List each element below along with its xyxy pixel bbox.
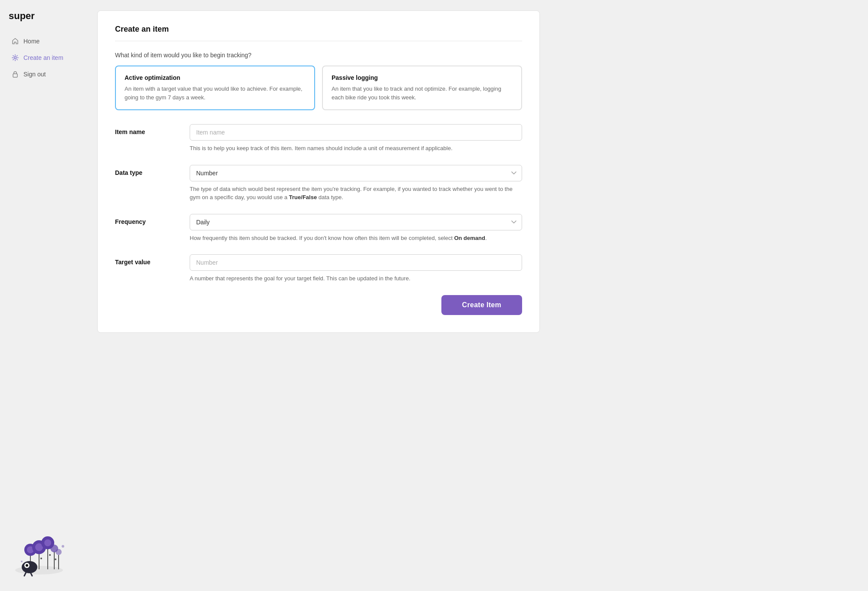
item-name-label: Item name <box>115 124 176 135</box>
frequency-hint-bold: On demand <box>454 235 485 241</box>
data-type-label: Data type <box>115 165 176 176</box>
svg-point-10 <box>55 558 56 560</box>
main-content: Create an item What kind of item would y… <box>87 0 868 591</box>
frequency-hint-prefix: How frequently this item should be track… <box>190 235 454 241</box>
svg-point-18 <box>56 549 62 555</box>
data-type-hint-bold: True/False <box>289 194 317 200</box>
active-type-desc: An item with a target value that you wou… <box>125 85 306 102</box>
item-name-field-group: This is to help you keep track of this i… <box>190 124 522 153</box>
sidebar-item-create-label: Create an item <box>23 54 63 61</box>
frequency-hint: How frequently this item should be track… <box>190 234 522 243</box>
type-cards: Active optimization An item with a targe… <box>115 66 522 110</box>
data-type-hint: The type of data which would best repres… <box>190 185 522 202</box>
create-item-button[interactable]: Create Item <box>441 295 522 315</box>
item-name-input[interactable] <box>190 124 522 141</box>
svg-rect-1 <box>13 74 17 77</box>
target-value-hint: A number that represents the goal for yo… <box>190 274 522 283</box>
app-logo: super <box>7 10 80 22</box>
svg-point-25 <box>21 561 23 562</box>
sidebar: super Home Create an item <box>0 0 87 591</box>
data-type-hint-suffix: data type. <box>317 194 343 200</box>
target-value-row: Target value A number that represents th… <box>115 254 522 283</box>
svg-point-8 <box>40 558 42 559</box>
data-type-select[interactable]: Number True/False Text <box>190 165 522 181</box>
data-type-field-group: Number True/False Text The type of data … <box>190 165 522 202</box>
form-title: Create an item <box>115 25 522 41</box>
frequency-label: Frequency <box>115 214 176 225</box>
sidebar-item-home[interactable]: Home <box>7 34 80 49</box>
frequency-select[interactable]: Daily Weekly Monthly On demand <box>190 214 522 230</box>
svg-point-16 <box>44 539 51 546</box>
type-card-passive[interactable]: Passive logging An item that you like to… <box>322 66 522 110</box>
svg-point-19 <box>22 561 37 573</box>
svg-point-21 <box>26 564 28 567</box>
sidebar-item-signout[interactable]: Sign out <box>7 67 80 82</box>
lock-icon <box>11 70 19 78</box>
passive-type-title: Passive logging <box>332 74 513 81</box>
target-value-label: Target value <box>115 254 176 266</box>
gear-icon <box>11 54 19 62</box>
svg-point-9 <box>49 554 51 556</box>
tracking-question: What kind of item would you like to begi… <box>115 52 522 59</box>
data-type-row: Data type Number True/False Text The typ… <box>115 165 522 202</box>
target-value-input[interactable] <box>190 254 522 271</box>
frequency-hint-suffix: . <box>485 235 487 241</box>
item-name-row: Item name This is to help you keep track… <box>115 124 522 153</box>
target-value-field-group: A number that represents the goal for yo… <box>190 254 522 283</box>
item-name-hint: This is to help you keep track of this i… <box>190 144 522 153</box>
submit-row: Create Item <box>115 295 522 315</box>
frequency-field-group: Daily Weekly Monthly On demand How frequ… <box>190 214 522 243</box>
sidebar-item-signout-label: Sign out <box>23 71 46 78</box>
sidebar-item-home-label: Home <box>23 38 39 45</box>
type-card-active[interactable]: Active optimization An item with a targe… <box>115 66 315 110</box>
form-card: Create an item What kind of item would y… <box>97 10 540 333</box>
sidebar-nav: Home Create an item Sign out <box>7 34 80 82</box>
frequency-row: Frequency Daily Weekly Monthly On demand… <box>115 214 522 243</box>
svg-point-0 <box>14 57 16 59</box>
data-type-hint-prefix: The type of data which would best repres… <box>190 186 513 201</box>
home-icon <box>11 37 19 45</box>
passive-type-desc: An item that you like to track and not o… <box>332 85 513 102</box>
sidebar-item-create[interactable]: Create an item <box>7 50 80 65</box>
svg-point-24 <box>62 545 64 548</box>
sidebar-illustration <box>4 520 78 578</box>
active-type-title: Active optimization <box>125 74 306 81</box>
